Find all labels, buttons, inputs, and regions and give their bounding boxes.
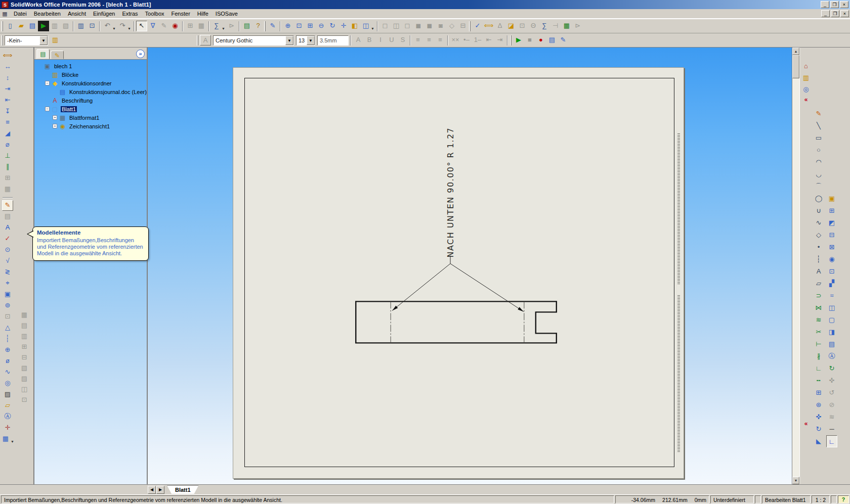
sigma-icon[interactable]: ∑: [539, 21, 550, 31]
balloon-icon[interactable]: ⊙: [2, 245, 13, 255]
tree-item-beschriftung-label[interactable]: Beschriftung: [61, 98, 94, 104]
help-icon[interactable]: ?: [252, 21, 264, 31]
macro-edit-icon[interactable]: ✎: [558, 35, 569, 45]
scale-entities-icon[interactable]: ◣: [813, 435, 824, 447]
display-relations-icon[interactable]: ∥: [2, 162, 13, 172]
drawing-viewport[interactable]: NACH UNTEN 90.00° R 1.27: [148, 48, 792, 484]
scroll-down-icon[interactable]: ▼: [792, 477, 799, 484]
save-icon[interactable]: ▤: [27, 21, 38, 31]
plane-icon[interactable]: ▱: [813, 278, 824, 290]
pan-icon[interactable]: ✛: [338, 21, 349, 31]
surface-finish-icon[interactable]: √: [2, 256, 13, 266]
note-icon[interactable]: A: [2, 222, 13, 233]
sketch-icon[interactable]: ✎: [813, 108, 824, 120]
ordinate-dimension-icon[interactable]: ⇥: [2, 84, 13, 95]
minimize-button[interactable]: _: [821, 1, 829, 8]
drawing-view[interactable]: NACH UNTEN 90.00° R 1.27: [356, 127, 557, 343]
dowel-pin-icon[interactable]: ◎: [2, 378, 13, 389]
tree-item-blattformat1[interactable]: +▦Blattformat1: [36, 113, 147, 122]
aligned-section-view-icon[interactable]: ⊠: [826, 241, 837, 253]
undo-icon[interactable]: ↶▼: [102, 21, 113, 31]
layer-select[interactable]: -Kein- ▼: [5, 35, 48, 45]
tree-item-konstruktionsjournal-label[interactable]: Konstruktionsjournal.doc (Leer): [68, 89, 147, 95]
sketch-text-icon[interactable]: A: [813, 265, 824, 278]
layer-properties-icon[interactable]: ▥: [50, 35, 61, 45]
menu-einfgen[interactable]: Einfügen: [90, 10, 118, 18]
jog-line-icon[interactable]: ∟: [813, 362, 824, 375]
tree-item-zeichenansicht1-label[interactable]: Zeichenansicht1: [68, 123, 111, 129]
tree-item-konstruktionsjournal[interactable]: ▤Konstruktionsjournal.doc (Leer): [36, 87, 147, 96]
design-library-icon[interactable]: ▥: [800, 73, 812, 83]
three-point-arc-icon[interactable]: ⌒: [813, 180, 824, 193]
expand-icon[interactable]: +: [53, 115, 57, 120]
alternate-position-icon[interactable]: ◫: [826, 302, 837, 314]
macro-run-icon[interactable]: ▶: [513, 35, 524, 45]
menu-ansicht[interactable]: Ansicht: [64, 10, 90, 18]
sheet-tab-prev-icon[interactable]: ◀: [148, 486, 156, 494]
zoom-fit-icon[interactable]: ⊞: [305, 21, 316, 31]
print-icon[interactable]: ▥: [75, 21, 87, 31]
task-pane-collapse-bottom-button[interactable]: «: [801, 420, 811, 428]
centerpoint-arc-icon[interactable]: ◠: [813, 156, 824, 168]
vertical-scrollbar[interactable]: ▲ ▼: [792, 48, 799, 484]
geometric-tolerance-icon[interactable]: ⌖: [2, 278, 13, 289]
linear-pattern-icon[interactable]: ⊞: [813, 387, 824, 399]
tree-item-blattformat1-label[interactable]: Blattformat1: [68, 115, 100, 121]
tree-item-blatt1-label[interactable]: Blatt1: [61, 106, 77, 112]
sheet-tab-blatt1[interactable]: Blatt1: [167, 485, 199, 494]
tree-item-beschriftung[interactable]: ABeschriftung: [36, 96, 147, 105]
zoom-in-icon[interactable]: ⊕: [282, 21, 293, 31]
menu-bearbeiten[interactable]: Bearbeiten: [30, 10, 64, 18]
redo-icon[interactable]: ↷▼: [117, 21, 128, 31]
tree-item-konstruktionsordner-label[interactable]: Konstruktionsordner: [61, 80, 112, 86]
collapse-icon[interactable]: −: [45, 81, 50, 85]
tangent-arc-icon[interactable]: ◡: [813, 168, 824, 180]
menu-fenster[interactable]: Fenster: [168, 10, 194, 18]
font-size-select[interactable]: 13 ▼: [296, 35, 315, 45]
convert-entities-icon[interactable]: ⊃: [813, 290, 824, 302]
featuremanager-tab[interactable]: ▤: [36, 49, 50, 59]
line-format-icon[interactable]: ─: [826, 423, 837, 435]
cosmetic-thread-icon[interactable]: ø: [2, 356, 13, 366]
font-family-dropdown-icon[interactable]: ▼: [285, 36, 293, 45]
multi-jog-leader-icon[interactable]: ∿: [2, 367, 13, 378]
toolbar-grip[interactable]: [510, 35, 512, 45]
solidworks-resources-icon[interactable]: ⌂: [800, 61, 812, 72]
toolbar-grip[interactable]: [2, 35, 3, 45]
tables-icon[interactable]: ▦▼: [0, 434, 11, 444]
datum-target-icon[interactable]: ⊚: [2, 300, 13, 311]
add-relation-icon[interactable]: ⊥: [2, 151, 13, 161]
auxiliary-view-icon[interactable]: ◩: [826, 217, 837, 229]
undo-dropdown-icon[interactable]: ▼: [112, 24, 116, 34]
new-document-icon[interactable]: ▯: [5, 21, 16, 31]
sketch-centerline-icon[interactable]: ┆: [813, 253, 824, 265]
sheet-tab-next-icon[interactable]: ▶: [156, 486, 164, 494]
menu-hilfe[interactable]: Hilfe: [194, 10, 212, 18]
redo-dropdown-icon[interactable]: ▼: [128, 24, 131, 34]
close-button[interactable]: ×: [840, 1, 848, 8]
spell-annotation-icon[interactable]: ✓: [2, 234, 13, 244]
circular-pattern-icon[interactable]: ⊛: [813, 399, 824, 411]
document-icon[interactable]: ▦: [1, 10, 9, 17]
font-size-dropdown-icon[interactable]: ▼: [307, 36, 315, 45]
tree-item-bloecke[interactable]: ▥Blöcke: [36, 70, 147, 79]
toolbar-grip[interactable]: [2, 21, 3, 31]
font-family-select[interactable]: Century Gothic ▼: [213, 35, 294, 45]
vertical-dimension-icon[interactable]: ↕: [2, 73, 13, 83]
extend-entities-icon[interactable]: ⊢: [813, 338, 824, 350]
propertymanager-tab[interactable]: ✎: [51, 51, 64, 59]
broken-view-icon[interactable]: ▞: [826, 278, 837, 290]
zoom-out-icon[interactable]: ⊖: [316, 21, 327, 31]
rotate-entities-icon[interactable]: ↻: [813, 423, 824, 435]
tables-dropdown-icon[interactable]: ▼: [11, 437, 14, 447]
traffic-light-icon[interactable]: ◉: [169, 21, 181, 31]
hole-callout-icon[interactable]: ⌀: [2, 140, 13, 150]
vertical-scroll-thumb[interactable]: [792, 55, 799, 78]
rotate-view-icon[interactable]: ↻: [327, 21, 338, 31]
scroll-up-icon[interactable]: ▲: [792, 48, 799, 55]
spline-icon[interactable]: ∿: [813, 217, 824, 229]
model-items-icon[interactable]: ✎: [2, 200, 13, 211]
ellipse-icon[interactable]: ◯: [813, 193, 824, 205]
update-view-icon[interactable]: ↻: [826, 362, 837, 375]
split-entities-icon[interactable]: ∦: [813, 350, 824, 362]
